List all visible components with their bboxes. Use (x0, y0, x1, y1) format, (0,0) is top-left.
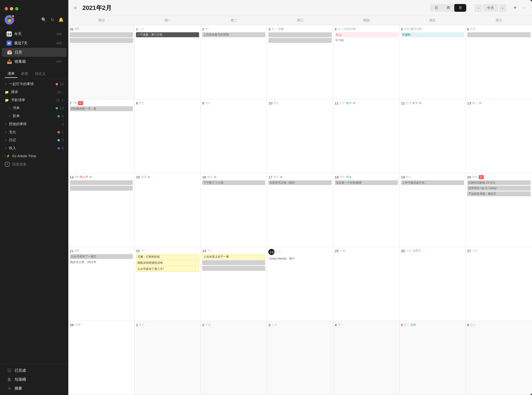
cell-9[interactable]: 9廿八 (201, 99, 267, 173)
view-day-button[interactable]: 日 (430, 4, 442, 12)
sidebar-item-recent7[interactable]: W 最近7天 468 (2, 39, 66, 48)
event-4-1[interactable]: 红上 (335, 32, 398, 37)
event-18-1[interactable]: 生命是一个对抗熵增 (335, 180, 398, 185)
sidebar-item-trash[interactable]: 🗑 垃圾桶 (2, 375, 66, 384)
cell-2[interactable]: 2廿一 上完班放春节的假期 (201, 25, 267, 99)
list-item-media[interactable]: 📁 书影清单 22 ∨ (0, 96, 68, 104)
sidebar-item-summary[interactable]: ≡ 摘要 (2, 384, 66, 393)
list-item-todo[interactable]: ≡ 想做的事情 3 (0, 120, 68, 128)
maximize-button[interactable] (15, 7, 18, 10)
list-item-diary[interactable]: ≡ 日记 3 (0, 136, 68, 144)
cell-18[interactable]: 18 初七 雨水 生命是一个对抗熵增 (333, 173, 400, 247)
cell-3[interactable]: 3廿二立春 (267, 25, 333, 99)
event-6-1[interactable] (467, 32, 531, 37)
event-23-1[interactable]: 人生的意义在于一葦 (202, 254, 265, 259)
cell-31[interactable]: 316周 (68, 25, 135, 99)
today-button[interactable]: 今天 (483, 4, 498, 12)
cell-27[interactable]: 27十六 (466, 247, 532, 321)
list-item-article[interactable]: ≡⚡ 01-Article TIme (0, 152, 68, 159)
cell-28[interactable]: 2810周 (68, 321, 135, 395)
next-month-button[interactable]: › (499, 4, 506, 12)
add-list-button[interactable]: + 添加清单 (0, 160, 68, 169)
cell-6[interactable]: 6廿五 (466, 25, 532, 99)
holiday-11: 休 (353, 101, 356, 105)
event-2-1[interactable]: 上完班放春节的假期 (202, 32, 265, 37)
cell-21[interactable]: 219周 公众号发布了一篇文 跑步五公里，2021年 (68, 247, 135, 321)
cell-10[interactable]: 10廿九 (267, 99, 333, 173)
list-item-movies[interactable]: ≡ 影单 9 (0, 112, 68, 120)
cell-23[interactable]: 23十二 人生的意义在于一葦 (201, 247, 267, 321)
avatar[interactable]: 🧑 (5, 15, 14, 25)
view-month-button[interactable]: 月 (454, 4, 466, 12)
cell-15[interactable]: 15 初四 休 (135, 173, 201, 247)
event[interactable] (70, 38, 133, 43)
cell-17[interactable]: 17 初六 休 在家里写文章《国内 (267, 173, 333, 247)
cell-26[interactable]: 26 十五 元宵节 (400, 247, 466, 321)
cell-11[interactable]: 11 三十 除夕 休 (333, 99, 400, 173)
cell-m5[interactable]: 5 廿二 惊蛰 (400, 321, 466, 395)
event-20-1[interactable]: 武林外传剧组 15 年之 (467, 180, 531, 185)
event-14-1[interactable] (70, 180, 133, 185)
bell-icon[interactable]: 🔔 (58, 17, 64, 22)
event-7-1[interactable]: 回到家的第一天，爸 (70, 106, 133, 111)
prev-month-button[interactable]: ‹ (475, 4, 482, 12)
list-item-checkin[interactable]: ≡ 一起打卡的事情 10 (0, 80, 68, 88)
list-item-books[interactable]: ≡ 书单 13 (0, 104, 68, 112)
cell-8[interactable]: 8廿七 (135, 99, 201, 173)
minimize-button[interactable] (10, 7, 13, 10)
menu-icon[interactable]: ≡ (74, 5, 77, 11)
cell-m3[interactable]: 3二十 (267, 321, 333, 395)
event-5-1[interactable]: 午饭吃 (401, 32, 464, 37)
sidebar-item-completed[interactable]: ☑ 已完成 (2, 366, 66, 375)
tab-custom[interactable]: 自定义 (32, 70, 48, 78)
cell-24[interactable]: 24 十三 Casey Neistat：每个 (267, 247, 333, 321)
event-21-1[interactable]: 公众号发布了一篇文 (70, 254, 133, 259)
sidebar-item-today[interactable]: 24 今天 468 (2, 29, 66, 38)
event-1-1[interactable]: 一个选题：第三方应 (136, 32, 199, 37)
cell-13[interactable]: 13 初二 休 (466, 99, 532, 173)
list-item-excerpt[interactable]: 📁 摘录 25 ‹ (0, 88, 68, 96)
list-item-expense[interactable]: ≡ 支出 1 (0, 128, 68, 136)
event-22-1[interactable]: 王佩：日更的好处 (136, 254, 199, 259)
event[interactable] (70, 32, 133, 37)
cell-12[interactable]: 12 正月 春节 休 (400, 99, 466, 173)
cell-5[interactable]: 5廿四南方小年 午饭吃 (400, 25, 466, 99)
event-19-1[interactable]: 上帝不能无处不在， (401, 180, 464, 185)
filter-icon[interactable]: ▼ (513, 5, 517, 10)
cell-22[interactable]: 22十一 王佩：日更的好处 我既没有绝望也没有: 公众号发布了第三方! (135, 247, 201, 321)
cell-7[interactable]: 7 7周 班 回到家的第一天，爸 (68, 99, 135, 173)
cell-4[interactable]: 4廿三北方小年 红上 午7:00 (333, 25, 400, 99)
search-icon[interactable]: 🔍 (41, 17, 46, 22)
cell-m4[interactable]: 4廿一 (333, 321, 400, 395)
event-20-3[interactable]: 产品的生死线 - 微信引 (467, 191, 531, 196)
cell-m1[interactable]: 1十八 (135, 321, 201, 395)
cell-25[interactable]: 25十四 (333, 247, 400, 321)
event-22-2[interactable]: 我既没有绝望也没有: (136, 260, 199, 266)
event-23-2[interactable] (202, 260, 265, 265)
cell-14[interactable]: 14 8周 情人节 休 (68, 173, 135, 247)
close-button[interactable] (5, 7, 8, 10)
sidebar-item-today-label: 今天 (14, 32, 22, 37)
event-23-3[interactable] (202, 266, 265, 271)
sidebar-item-calendar[interactable]: 📅 日历 (2, 48, 66, 57)
tab-tag[interactable]: 标签 (18, 70, 31, 78)
cell-m6[interactable]: 6廿三 (466, 321, 532, 395)
more-icon[interactable]: ··· (523, 5, 526, 10)
event-3-1[interactable] (268, 32, 331, 37)
cell-1[interactable]: 1二十 一个选题：第三方应 (135, 25, 201, 99)
list-item-income[interactable]: ≡ 收入 8 (0, 144, 68, 152)
event-14-2[interactable] (70, 186, 133, 191)
view-week-button[interactable]: 周 (442, 4, 454, 12)
tab-list[interactable]: 清单 (5, 70, 17, 78)
cell-16[interactable]: 16 初五 休 下午跑了 5 公里 (201, 173, 267, 247)
event-20-2[interactable]: 油管知名 Up 主 Casey (467, 186, 531, 191)
event-17-1[interactable]: 在家里写文章《国内 (268, 180, 331, 185)
event-3-2[interactable] (268, 38, 331, 43)
event-16-1[interactable]: 下午跑了 5 公里 (202, 180, 265, 185)
cell-m2[interactable]: 2十九 (201, 321, 267, 395)
event-22-3[interactable]: 公众号发布了第三方! (136, 266, 199, 272)
cell-20[interactable]: 20 初九 班 武林外传剧组 15 年之 油管知名 Up 主 Casey 产品的… (466, 173, 532, 247)
sync-icon[interactable]: ↻ (51, 17, 54, 22)
sidebar-item-inbox[interactable]: 📥 收集箱 443 (2, 57, 66, 66)
cell-19[interactable]: 19初八 上帝不能无处不在， (400, 173, 466, 247)
